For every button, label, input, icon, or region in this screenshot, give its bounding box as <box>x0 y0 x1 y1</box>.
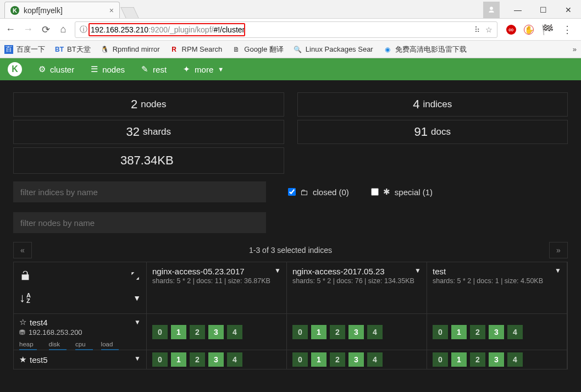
shard-badge[interactable]: 4 <box>507 325 523 339</box>
shard-badge[interactable]: 2 <box>470 352 485 367</box>
shard-badge[interactable]: 4 <box>367 325 383 339</box>
bookmark-star-icon[interactable]: ☆ <box>485 25 493 34</box>
shard-badge[interactable]: 4 <box>507 352 523 367</box>
bookmark-item[interactable]: ◉免费高清电影迅雷下载 <box>383 45 467 54</box>
ext-ublock-icon[interactable]: ✋ <box>524 25 534 35</box>
shard-cell: 01234 <box>147 350 287 369</box>
shard-badge[interactable]: 0 <box>292 352 308 367</box>
bookmark-item[interactable]: BTBT天堂 <box>55 45 91 54</box>
metric-heap: heap <box>19 341 34 347</box>
index-header[interactable]: nginx-access-05.23.2017 shards: 5 * 2 | … <box>147 262 287 314</box>
chevron-down-icon[interactable]: ▼ <box>555 267 561 274</box>
bookmark-item[interactable]: RRPM Search <box>170 45 223 54</box>
index-header[interactable]: nginx-access-2017.05.23 shards: 5 * 2 | … <box>287 262 427 314</box>
ext-infinity-icon[interactable]: ∞ <box>506 25 516 35</box>
filter-nodes-input[interactable] <box>13 212 266 233</box>
shard-badge[interactable]: 0 <box>292 325 308 339</box>
shard-badge[interactable]: 0 <box>152 325 168 339</box>
nav-rest[interactable]: ✎rest <box>141 64 167 74</box>
chevron-down-icon[interactable]: ▼ <box>414 267 421 274</box>
nav-more[interactable]: ✦more▼ <box>183 64 224 74</box>
shard-badge[interactable]: 1 <box>171 325 186 339</box>
shard-badge[interactable]: 1 <box>451 325 467 339</box>
ext-flag-icon[interactable]: 🏁 <box>541 24 554 36</box>
chevron-down-icon[interactable]: ▼ <box>274 267 281 274</box>
caret-down-icon[interactable]: ▼ <box>133 294 141 302</box>
address-bar[interactable]: ⓘ 192.168.253.210:9200/_plugin/kopf/#!/c… <box>75 21 497 38</box>
nav-home-icon[interactable]: ⌂ <box>57 24 69 35</box>
shard-badge[interactable]: 4 <box>367 352 383 367</box>
site-info-icon[interactable]: ⓘ <box>80 25 87 35</box>
shard-badge[interactable]: 1 <box>171 352 186 367</box>
new-tab-button[interactable] <box>120 7 139 18</box>
unlock-icon[interactable] <box>19 270 31 285</box>
pager-next[interactable]: » <box>549 242 568 258</box>
shard-badge[interactable]: 1 <box>311 352 327 367</box>
chevron-down-icon: ▼ <box>218 66 224 73</box>
metric-disk: disk <box>49 341 60 347</box>
shard-badge[interactable]: 2 <box>470 325 485 339</box>
shard-badge[interactable]: 2 <box>190 352 205 367</box>
stat-size: 387.34KB <box>13 147 284 174</box>
stat-indices: 4indices <box>297 92 568 117</box>
bookmark-item[interactable]: 🔍Linux Packages Sear <box>294 45 373 54</box>
bookmarks-bar: 百百度一下 BTBT天堂 🐧Rpmfind mirror RRPM Search… <box>0 41 581 58</box>
shard-badge[interactable]: 0 <box>152 352 168 367</box>
closed-checkbox-input[interactable] <box>288 188 296 196</box>
shard-badge[interactable]: 2 <box>330 325 345 339</box>
magic-icon: ✦ <box>183 64 190 74</box>
bookmark-item[interactable]: 🗎Google 翻译 <box>232 45 284 54</box>
shard-badge[interactable]: 3 <box>348 352 364 367</box>
nav-back-icon[interactable]: ← <box>4 24 16 35</box>
translate-icon[interactable]: ⠷ <box>474 25 480 34</box>
shard-badge[interactable]: 3 <box>208 325 224 339</box>
closed-checkbox[interactable]: 🗀closed (0) <box>288 187 349 197</box>
sitemap-icon: ⚙ <box>38 64 46 74</box>
window-close[interactable]: ✕ <box>556 2 581 18</box>
shard-badge[interactable]: 4 <box>227 325 242 339</box>
pencil-icon: ✎ <box>141 64 148 74</box>
node-cell[interactable]: ☆test4 ⛃192.168.253.200 ▼ heap disk cpu … <box>14 314 147 350</box>
node-cell[interactable]: ★test5 ▼ <box>14 350 147 369</box>
index-header[interactable]: test shards: 5 * 2 | docs: 1 | size: 4.5… <box>427 262 567 314</box>
nav-reload-icon[interactable]: ⟳ <box>40 24 52 36</box>
bookmark-item[interactable]: 百百度一下 <box>4 45 45 54</box>
chevron-down-icon[interactable]: ▼ <box>134 355 141 362</box>
stat-nodes: 2nodes <box>13 92 284 117</box>
shard-badge[interactable]: 3 <box>208 352 224 367</box>
filter-indices-input[interactable] <box>13 181 266 202</box>
special-checkbox-input[interactable] <box>371 188 379 196</box>
pager-prev[interactable]: « <box>13 242 32 258</box>
bookmark-item[interactable]: 🐧Rpmfind mirror <box>101 45 160 54</box>
shard-badge[interactable]: 3 <box>489 352 504 367</box>
shard-badge[interactable]: 3 <box>348 325 364 339</box>
browser-tab[interactable]: K kopf[myelk] × <box>4 2 120 18</box>
user-icon[interactable] <box>483 2 500 18</box>
tab-close-icon[interactable]: × <box>109 6 114 15</box>
nav-nodes[interactable]: ☰nodes <box>91 64 125 74</box>
shard-cell: 01234 <box>287 350 427 369</box>
shard-badge[interactable]: 4 <box>227 352 242 367</box>
sort-az-icon[interactable]: ↓AZ <box>19 291 31 305</box>
nav-forward-icon[interactable]: → <box>22 24 34 35</box>
shard-badge[interactable]: 2 <box>330 352 345 367</box>
special-checkbox[interactable]: ✱special (1) <box>371 187 433 197</box>
shard-badge[interactable]: 1 <box>451 352 467 367</box>
window-minimize[interactable]: — <box>505 2 530 18</box>
shard-badge[interactable]: 1 <box>311 325 327 339</box>
kopf-logo-icon[interactable]: K <box>8 62 22 76</box>
star-outline-icon: ☆ <box>19 317 26 327</box>
shard-cell: 01234 <box>427 314 567 350</box>
window-maximize[interactable]: ☐ <box>530 2 556 18</box>
chrome-menu-icon[interactable]: ⋮ <box>561 24 573 36</box>
expand-icon[interactable] <box>130 270 141 284</box>
shard-cell: 01234 <box>287 314 427 350</box>
nav-cluster[interactable]: ⚙cluster <box>38 64 74 74</box>
metric-load: load <box>101 341 113 347</box>
chevron-down-icon[interactable]: ▼ <box>134 318 141 326</box>
shard-badge[interactable]: 0 <box>433 352 448 367</box>
bookmarks-overflow-icon[interactable]: » <box>573 45 577 53</box>
shard-badge[interactable]: 0 <box>433 325 448 339</box>
shard-badge[interactable]: 2 <box>190 325 205 339</box>
shard-badge[interactable]: 3 <box>489 325 504 339</box>
